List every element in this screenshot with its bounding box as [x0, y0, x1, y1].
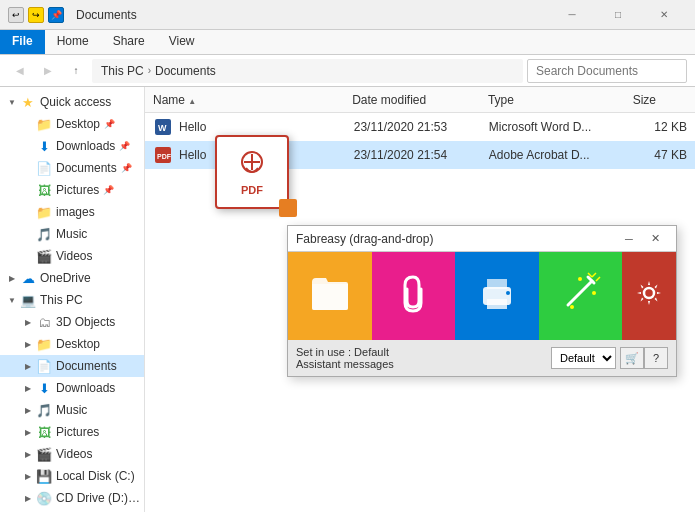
pdf-drag-box: PDF [215, 135, 289, 209]
sidebar-item-3d[interactable]: ▶ 🗂 3D Objects [0, 311, 144, 333]
pdf-drag-icon[interactable]: PDF [215, 135, 295, 215]
minimize-button[interactable]: ─ [549, 0, 595, 30]
sidebar-item-desktop-qa[interactable]: 📁 Desktop 📌 [0, 113, 144, 135]
fabreasy-tile-settings[interactable] [622, 252, 676, 340]
fabreasy-profile-select[interactable]: Default [551, 347, 616, 369]
video-icon: 🎬 [36, 248, 52, 264]
fabreasy-tiles [288, 252, 676, 340]
close-button[interactable]: ✕ [641, 0, 687, 30]
desktop-qa-expand [20, 116, 36, 132]
sidebar-item-videos-qa[interactable]: 🎬 Videos [0, 245, 144, 267]
address-path[interactable]: This PC › Documents [92, 59, 523, 83]
documents-qa-expand [20, 160, 36, 176]
svg-point-15 [644, 288, 654, 298]
back-button[interactable]: ◀ [8, 59, 32, 83]
folder-doc-icon: 📄 [36, 160, 52, 176]
fabreasy-tile-attach[interactable] [372, 252, 456, 340]
redo-icon[interactable]: ↪ [28, 7, 44, 23]
sidebar-item-music-qa[interactable]: 🎵 Music [0, 223, 144, 245]
file-list-header: Name ▲ Date modified Type Size [145, 87, 695, 113]
desktop-pc-expand[interactable]: ▶ [20, 336, 36, 352]
tab-file[interactable]: File [0, 30, 45, 54]
svg-rect-9 [487, 299, 507, 309]
fabreasy-popup: Fabreasy (drag-and-drop) ─ ✕ [287, 225, 677, 377]
quick-access-expand[interactable]: ▼ [4, 94, 20, 110]
sidebar-item-videos-pc[interactable]: ▶ 🎬 Videos [0, 443, 144, 465]
pdf-file-icon: PDF [153, 145, 173, 165]
fabreasy-assistant-messages: Assistant messages [296, 358, 394, 370]
sidebar-item-pictures-qa[interactable]: 🖼 Pictures 📌 [0, 179, 144, 201]
fabreasy-close-button[interactable]: ✕ [642, 228, 668, 250]
title-bar: ↩ ↪ 📌 Documents ─ □ ✕ [0, 0, 695, 30]
folder-down-icon: ⬇ [36, 138, 52, 154]
path-sep-1: › [148, 65, 151, 76]
onedrive-header[interactable]: ▶ ☁ OneDrive [0, 267, 144, 289]
path-segment-documents[interactable]: Documents [155, 64, 216, 78]
documents-pc-icon: 📄 [36, 358, 52, 374]
tab-view[interactable]: View [157, 30, 207, 54]
fabreasy-minimize-button[interactable]: ─ [616, 228, 642, 250]
maximize-button[interactable]: □ [595, 0, 641, 30]
downloads-qa-expand [20, 138, 36, 154]
images-icon: 📁 [36, 204, 52, 220]
videos-qa-expand [20, 248, 36, 264]
fabreasy-tile-magic[interactable] [539, 252, 623, 340]
window-title: Documents [76, 8, 137, 22]
undo-icon[interactable]: ↩ [8, 7, 24, 23]
3d-expand[interactable]: ▶ [20, 314, 36, 330]
onedrive-icon: ☁ [20, 270, 36, 286]
forward-button[interactable]: ▶ [36, 59, 60, 83]
sidebar-item-downloads-qa[interactable]: ⬇ Downloads 📌 [0, 135, 144, 157]
path-segment-pc[interactable]: This PC [101, 64, 144, 78]
fabreasy-gear-icon [633, 277, 665, 316]
col-header-type[interactable]: Type [488, 93, 633, 107]
pictures-qa-expand [20, 182, 36, 198]
pictures-pc-expand[interactable]: ▶ [20, 424, 36, 440]
fabreasy-cart-button[interactable]: 🛒 [620, 347, 644, 369]
col-header-size[interactable]: Size [633, 93, 687, 107]
music-pc-expand[interactable]: ▶ [20, 402, 36, 418]
fabreasy-tile-folder[interactable] [288, 252, 372, 340]
pdf-corner [279, 199, 297, 217]
fabreasy-tile-print[interactable] [455, 252, 539, 340]
pictures-pc-icon: 🖼 [36, 424, 52, 440]
downloads-pc-expand[interactable]: ▶ [20, 380, 36, 396]
sidebar-item-pictures-pc[interactable]: ▶ 🖼 Pictures [0, 421, 144, 443]
svg-point-14 [570, 305, 574, 309]
word-file-icon: W [153, 117, 173, 137]
folder-icon: 📁 [36, 116, 52, 132]
search-input[interactable] [527, 59, 687, 83]
thispc-header[interactable]: ▼ 💻 This PC [0, 289, 144, 311]
svg-line-11 [568, 281, 592, 305]
quick-access-header[interactable]: ▼ ★ Quick access [0, 91, 144, 113]
sidebar-item-music-pc[interactable]: ▶ 🎵 Music [0, 399, 144, 421]
svg-point-13 [592, 291, 596, 295]
onedrive-expand[interactable]: ▶ [4, 270, 20, 286]
up-button[interactable]: ↑ [64, 59, 88, 83]
thispc-expand[interactable]: ▼ [4, 292, 20, 308]
videos-pc-expand[interactable]: ▶ [20, 446, 36, 462]
col-header-date[interactable]: Date modified [352, 93, 488, 107]
file-type-hello-pdf: Adobe Acrobat D... [489, 148, 633, 162]
fabreasy-help-button[interactable]: ? [644, 347, 668, 369]
local-disk-expand[interactable]: ▶ [20, 468, 36, 484]
window-controls: ─ □ ✕ [549, 0, 687, 30]
sidebar-item-cd-drive[interactable]: ▶ 💿 CD Drive (D:) Virtual [0, 487, 144, 509]
local-disk-icon: 💾 [36, 468, 52, 484]
documents-pc-expand[interactable]: ▶ [20, 358, 36, 374]
sidebar-item-desktop-pc[interactable]: ▶ 📁 Desktop [0, 333, 144, 355]
sidebar-item-documents-pc[interactable]: ▶ 📄 Documents [0, 355, 144, 377]
fabreasy-header: Fabreasy (drag-and-drop) ─ ✕ [288, 226, 676, 252]
sidebar-item-documents-qa[interactable]: 📄 Documents 📌 [0, 157, 144, 179]
sidebar-item-images-qa[interactable]: 📁 images [0, 201, 144, 223]
3d-icon: 🗂 [36, 314, 52, 330]
fabreasy-footer-buttons: 🛒 ? [620, 347, 668, 369]
sidebar-item-downloads-pc[interactable]: ▶ ⬇ Downloads [0, 377, 144, 399]
cd-drive-expand[interactable]: ▶ [20, 490, 36, 506]
col-header-name[interactable]: Name ▲ [153, 93, 352, 107]
sidebar-item-local-disk[interactable]: ▶ 💾 Local Disk (C:) [0, 465, 144, 487]
tab-home[interactable]: Home [45, 30, 101, 54]
tab-share[interactable]: Share [101, 30, 157, 54]
fabreasy-paperclip-icon [397, 271, 429, 322]
pin-icon[interactable]: 📌 [48, 7, 64, 23]
